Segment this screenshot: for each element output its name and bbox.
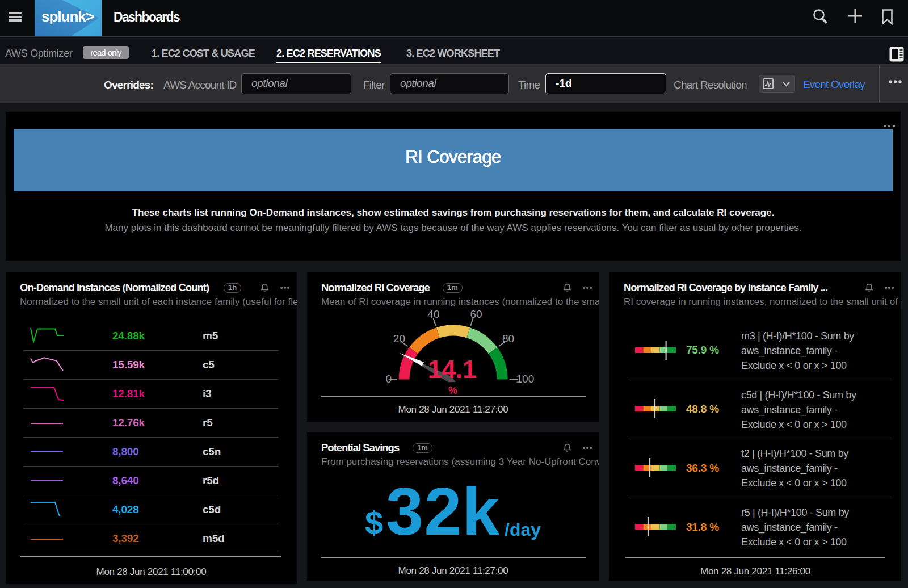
svg-text:100: 100 (516, 373, 535, 385)
svg-text:%: % (448, 385, 457, 396)
svg-text:splunk>: splunk> (41, 8, 94, 25)
svg-text:20: 20 (393, 333, 405, 345)
svg-text:0: 0 (385, 373, 392, 385)
svg-text:14.1: 14.1 (428, 355, 477, 384)
svg-text:80: 80 (502, 333, 514, 345)
svg-text:60: 60 (470, 308, 482, 320)
svg-text:40: 40 (427, 308, 439, 320)
